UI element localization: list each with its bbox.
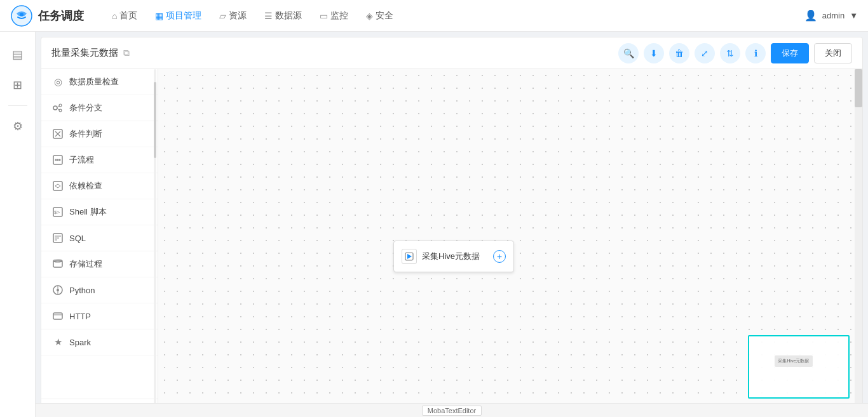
workflow-body: ◎ 数据质量检查 条件分支 条件判断 xyxy=(41,69,862,411)
download-icon: ⬇ xyxy=(650,48,658,58)
info-icon: ℹ xyxy=(754,48,757,58)
user-icon: 👤 xyxy=(804,10,817,22)
dep-check-icon xyxy=(51,180,64,192)
component-http[interactable]: HTTP xyxy=(41,303,158,329)
svg-point-13 xyxy=(59,159,61,161)
svg-point-2 xyxy=(53,106,57,110)
canvas-vertical-scrollbar-thumb[interactable] xyxy=(855,69,862,107)
delete-button[interactable]: 🗑 xyxy=(669,43,689,63)
close-button[interactable]: 关闭 xyxy=(814,43,852,63)
workflow-container: 批量采集元数据 ⧉ 🔍 ⬇ 🗑 ⤢ ⇅ ℹ xyxy=(41,37,863,412)
fullscreen-button[interactable]: ⤢ xyxy=(695,43,715,63)
mini-map: 采集Hive元数据 xyxy=(748,335,850,399)
http-icon xyxy=(51,310,64,322)
sql-icon xyxy=(51,232,64,244)
svg-line-16 xyxy=(58,184,60,186)
monitor-icon: ▭ xyxy=(320,11,328,21)
workflow-title: 批量采集元数据 xyxy=(51,47,118,59)
data-quality-icon: ◎ xyxy=(51,76,64,88)
spark-icon: ★ xyxy=(51,336,64,348)
nav-resource[interactable]: ▱ 资源 xyxy=(212,6,254,25)
sidebar-dashboard-btn[interactable]: ▤ xyxy=(5,42,31,67)
project-icon: ▦ xyxy=(155,11,163,21)
component-spark[interactable]: ★ Spark xyxy=(41,329,158,355)
logo-area: 任务调度 xyxy=(10,4,84,27)
filter-button[interactable]: ⇅ xyxy=(720,43,740,63)
component-panel: ◎ 数据质量检查 条件分支 条件判断 xyxy=(41,69,158,411)
status-badge: MobaTextEditor xyxy=(422,406,482,416)
security-icon: ◈ xyxy=(366,11,373,21)
component-stored-proc[interactable]: 存储过程 xyxy=(41,251,158,277)
sub-process-icon xyxy=(51,154,64,166)
component-condition-branch[interactable]: 条件分支 xyxy=(41,95,158,121)
condition-judge-icon xyxy=(51,128,64,140)
nav-home[interactable]: ⌂ 首页 xyxy=(104,6,145,25)
canvas-vertical-scrollbar[interactable] xyxy=(855,69,862,404)
component-sub-process[interactable]: 子流程 xyxy=(41,147,158,173)
component-sql-label: SQL xyxy=(69,234,86,243)
copy-icon[interactable]: ⧉ xyxy=(123,48,130,58)
component-spark-label: Spark xyxy=(69,338,91,347)
shell-icon: $> xyxy=(51,206,64,218)
mini-map-node: 采集Hive元数据 xyxy=(775,355,813,367)
user-dropdown-icon[interactable]: ▼ xyxy=(850,11,858,20)
delete-icon: 🗑 xyxy=(675,48,684,58)
component-condition-judge[interactable]: 条件判断 xyxy=(41,121,158,147)
nav-monitor-label: 监控 xyxy=(330,10,348,22)
python-icon xyxy=(51,284,64,296)
workflow-actions: 🔍 ⬇ 🗑 ⤢ ⇅ ℹ 保存 关闭 xyxy=(618,43,852,63)
nav-project[interactable]: ▦ 项目管理 xyxy=(147,6,209,25)
sidebar-modules-btn[interactable]: ⊞ xyxy=(5,72,31,98)
left-sidebar: ▤ ⊞ ⚙ xyxy=(0,32,36,417)
nav-home-label: 首页 xyxy=(119,10,137,22)
resource-icon: ▱ xyxy=(219,11,226,21)
scroll-thumb[interactable] xyxy=(154,82,156,158)
sidebar-settings-btn[interactable]: ⚙ xyxy=(5,114,31,139)
svg-rect-31 xyxy=(53,313,62,319)
dashboard-icon: ▤ xyxy=(12,48,23,62)
component-data-quality[interactable]: ◎ 数据质量检查 xyxy=(41,69,158,95)
svg-line-15 xyxy=(55,184,58,186)
component-python[interactable]: Python xyxy=(41,277,158,303)
component-list: ◎ 数据质量检查 条件分支 条件判断 xyxy=(41,69,158,399)
component-condition-judge-label: 条件判断 xyxy=(69,128,102,140)
save-button[interactable]: 保存 xyxy=(771,43,809,63)
svg-line-5 xyxy=(57,106,59,107)
component-dep-check[interactable]: 依赖检查 xyxy=(41,173,158,199)
datasource-icon: ☰ xyxy=(264,11,273,21)
nav-right: 👤 admin ▼ xyxy=(804,10,858,22)
info-button[interactable]: ℹ xyxy=(745,43,766,63)
component-shell-script[interactable]: $> Shell 脚本 xyxy=(41,199,158,225)
settings-icon: ⚙ xyxy=(13,119,23,133)
username: admin xyxy=(822,11,844,20)
fullscreen-icon: ⤢ xyxy=(701,48,709,58)
svg-point-4 xyxy=(59,109,62,112)
app-title: 任务调度 xyxy=(38,8,84,23)
nav-security-label: 安全 xyxy=(376,10,393,22)
svg-point-28 xyxy=(57,289,59,291)
nav-monitor[interactable]: ▭ 监控 xyxy=(312,6,356,25)
svg-point-11 xyxy=(55,159,57,161)
download-button[interactable]: ⬇ xyxy=(644,43,664,63)
nav-security[interactable]: ◈ 安全 xyxy=(358,6,401,25)
logo-icon xyxy=(10,4,33,27)
modules-icon: ⊞ xyxy=(13,78,22,92)
nav-resource-label: 资源 xyxy=(229,10,247,22)
main-layout: 批量采集元数据 ⧉ 🔍 ⬇ 🗑 ⤢ ⇅ ℹ xyxy=(36,32,868,417)
node-add-button[interactable]: + xyxy=(493,250,506,263)
component-shell-label: Shell 脚本 xyxy=(69,206,107,218)
component-http-label: HTTP xyxy=(69,312,91,321)
workflow-node[interactable]: 采集Hive元数据 + xyxy=(393,241,514,272)
nav-datasource-label: 数据源 xyxy=(275,10,302,22)
node-label: 采集Hive元数据 xyxy=(422,251,488,262)
search-button[interactable]: 🔍 xyxy=(618,43,639,63)
canvas-area[interactable]: 采集Hive元数据 + 采集Hive元数据 xyxy=(158,69,862,411)
svg-text:$>: $> xyxy=(54,209,60,215)
search-icon: 🔍 xyxy=(623,48,634,58)
svg-line-17 xyxy=(55,186,58,188)
component-sql[interactable]: SQL xyxy=(41,225,158,251)
nav-project-label: 项目管理 xyxy=(166,10,201,22)
nav-datasource[interactable]: ☰ 数据源 xyxy=(257,6,309,25)
sidebar-divider xyxy=(8,105,27,106)
filter-icon: ⇅ xyxy=(726,48,734,58)
